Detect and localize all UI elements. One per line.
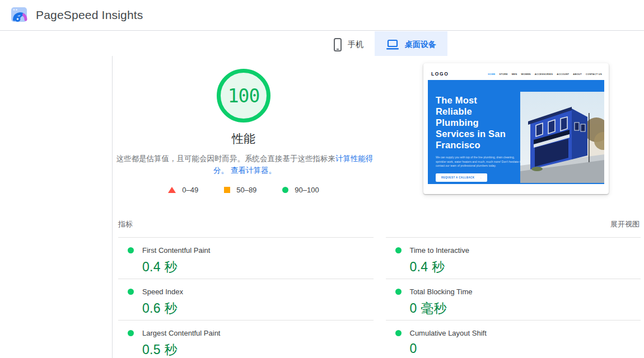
metrics-title: 指标 — [118, 219, 133, 229]
metrics-grid: First Contentful Paint 0.4 秒 Time to Int… — [118, 237, 641, 358]
app-header: PageSpeed Insights — [0, 0, 644, 31]
legend-item-average: 50–89 — [224, 186, 256, 194]
orange-square-icon — [224, 187, 230, 193]
legend-range: 0–49 — [182, 186, 198, 194]
tab-mobile-label: 手机 — [348, 40, 363, 50]
preview-navbar: LOGO HOME STORE MEN WOMEN ACCESSORIES AC… — [428, 68, 604, 80]
metric-speed-index: Speed Index 0.6 秒 — [118, 279, 374, 320]
preview-hero: The Most Reliable Plumbing Services in S… — [428, 80, 604, 184]
metric-value: 0.5 秒 — [142, 341, 374, 358]
expand-view-button[interactable]: 展开视图 — [610, 219, 640, 229]
legend-range: 90–100 — [295, 186, 319, 194]
metric-value: 0.6 秒 — [142, 300, 374, 317]
pass-dot-icon — [128, 247, 134, 253]
preview-paragraph: We can supply you with top of the line p… — [436, 156, 524, 168]
view-calculator-link[interactable]: 查看计算器。 — [231, 166, 276, 175]
desktop-icon — [386, 39, 399, 50]
preview-nav-link: WOMEN — [521, 73, 531, 76]
red-triangle-icon — [168, 187, 176, 193]
metric-cumulative-layout-shift: Cumulative Layout Shift 0 — [386, 320, 641, 358]
performance-summary: 100 性能 这些都是估算值，且可能会因时而异。系统会直接基于这些指标来计算性能… — [113, 56, 375, 194]
score-description: 这些都是估算值，且可能会因时而异。系统会直接基于这些指标来计算性能得分。 查看计… — [113, 153, 377, 176]
preview-nav-link: MEN — [512, 73, 517, 76]
pass-dot-icon — [395, 289, 402, 295]
device-tabbar: 手机 桌面设备 — [0, 31, 644, 58]
preview-nav-link: ACCESSORIES — [535, 73, 553, 76]
pass-dot-icon — [395, 330, 402, 336]
score-description-text: 这些都是估算值，且可能会因时而异。系统会直接基于这些指标来 — [116, 154, 336, 163]
tab-desktop[interactable]: 桌面设备 — [375, 31, 447, 58]
preview-nav-link: CONTACT US — [586, 73, 602, 76]
preview-nav-links: HOME STORE MEN WOMEN ACCESSORIES ACCOUNT… — [488, 73, 602, 76]
site-screenshot-preview: LOGO HOME STORE MEN WOMEN ACCESSORIES AC… — [423, 63, 609, 194]
metric-largest-contentful-paint: Largest Contentful Paint 0.5 秒 — [118, 320, 374, 358]
category-title: 性能 — [113, 131, 375, 147]
metrics-section: 指标 展开视图 First Contentful Paint 0.4 秒 Tim… — [118, 215, 641, 358]
preview-nav-link: STORE — [500, 73, 508, 76]
preview-headline: The Most Reliable Plumbing Services in S… — [436, 95, 525, 150]
preview-cta-button: REQUEST A CALLBACK → — [436, 173, 487, 182]
metric-value: 0.4 秒 — [410, 258, 641, 276]
metric-value: 0 — [410, 341, 641, 356]
pass-dot-icon — [128, 289, 134, 295]
metric-value: 0.4 秒 — [142, 258, 374, 276]
performance-score-gauge: 100 — [217, 69, 270, 123]
score-legend: 0–49 50–89 90–100 — [113, 186, 375, 194]
pass-dot-icon — [128, 330, 134, 336]
pagespeed-logo-icon — [10, 6, 29, 24]
report-card: 100 性能 这些都是估算值，且可能会因时而异。系统会直接基于这些指标来计算性能… — [112, 56, 643, 358]
legend-item-fail: 0–49 — [168, 186, 198, 194]
tab-mobile[interactable]: 手机 — [322, 31, 375, 58]
preview-nav-link: HOME — [488, 73, 495, 76]
preview-nav-link: ABOUT — [573, 73, 582, 76]
preview-nav-link: ACCOUNT — [557, 73, 569, 76]
preview-building-photo — [520, 92, 604, 183]
performance-score: 100 — [228, 85, 260, 107]
green-circle-icon — [282, 187, 288, 193]
metric-time-to-interactive: Time to Interactive 0.4 秒 — [386, 237, 641, 279]
metric-value: 0 毫秒 — [410, 300, 641, 317]
mobile-phone-icon — [333, 37, 342, 52]
metric-first-contentful-paint: First Contentful Paint 0.4 秒 — [118, 237, 374, 279]
metric-total-blocking-time: Total Blocking Time 0 毫秒 — [386, 279, 641, 320]
tab-desktop-label: 桌面设备 — [405, 40, 436, 50]
legend-range: 50–89 — [236, 186, 256, 194]
arrow-right-icon: → — [479, 176, 482, 179]
page-title: PageSpeed Insights — [36, 8, 143, 22]
pass-dot-icon — [395, 247, 402, 253]
preview-logo: LOGO — [431, 71, 449, 77]
legend-item-pass: 90–100 — [282, 186, 319, 194]
